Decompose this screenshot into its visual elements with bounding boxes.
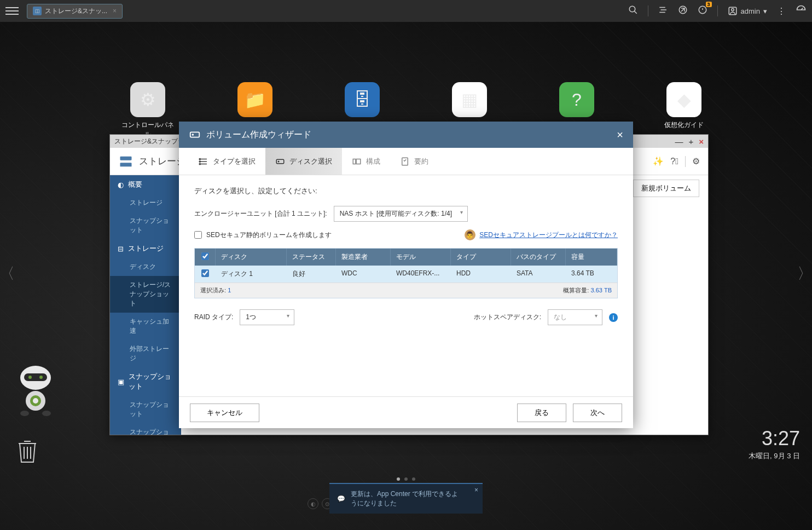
close-icon[interactable]: ×	[113, 7, 117, 15]
th-status: ステータス	[287, 249, 336, 266]
chevron-down-icon: ▾	[763, 7, 767, 15]
svg-point-22	[192, 134, 193, 135]
app-label: 仮想化ガイド	[664, 120, 704, 130]
maximize-button[interactable]: +	[688, 137, 693, 146]
desktop-prev[interactable]: 〈	[0, 257, 15, 290]
svg-point-0	[629, 6, 635, 12]
sidebar: ◐概要 ストレージ スナップショット ⊟ストレージ ディスク ストレージ/スナッ…	[110, 175, 181, 435]
sed-checkbox-row[interactable]: SEDセキュア静的ボリュームを作成します	[194, 231, 332, 240]
cancel-button[interactable]: キャンセル	[190, 404, 259, 422]
new-volume-button[interactable]: 新規ボリューム	[633, 180, 699, 197]
row-checkbox[interactable]	[201, 269, 209, 277]
clock-time: 3:27	[749, 427, 800, 450]
svg-point-26	[199, 158, 200, 159]
sidebar-item-storage-snap[interactable]: ストレージ/スナップショット	[110, 276, 181, 313]
more-icon[interactable]: ⋮	[777, 6, 786, 16]
help-face-icon: 👨	[465, 229, 475, 240]
trash-icon[interactable]	[16, 438, 38, 464]
sidebar-item-disk[interactable]: ディスク	[110, 258, 181, 276]
svg-point-27	[199, 160, 200, 162]
desktop-next[interactable]: 〉	[797, 257, 812, 290]
gear-icon[interactable]: ⚙	[692, 156, 700, 166]
sidebar-item-cache[interactable]: キャッシュ加速	[110, 313, 181, 340]
sidebar-item-snap1[interactable]: スナップショット	[110, 396, 181, 423]
close-button[interactable]: ×	[699, 137, 704, 146]
close-icon[interactable]: ×	[617, 129, 623, 141]
sidebar-item-snapshot-ov[interactable]: スナップショット	[110, 212, 181, 239]
wizard-title: ボリューム作成ウィザード	[206, 129, 311, 141]
selected-count: 1	[228, 287, 231, 293]
sed-help-link[interactable]: SEDセキュアストレージプールとは何ですか？	[479, 231, 618, 239]
raid-label: RAID タイプ:	[194, 313, 233, 322]
wizard-instruction: ディスクを選択し、設定してください:	[194, 186, 618, 196]
back-button[interactable]: 戻る	[517, 404, 566, 422]
username-label: admin	[741, 7, 760, 15]
clock-date: 木曜日, 9月 3 日	[749, 451, 800, 461]
svg-point-15	[42, 411, 51, 416]
th-bus: バスのタイプ	[511, 249, 566, 266]
svg-rect-8	[24, 373, 47, 381]
wizard-step-summary[interactable]: 要約	[390, 148, 438, 175]
notifications-icon[interactable]: 3	[698, 5, 707, 17]
storage-icon	[118, 154, 134, 169]
sidebar-item-external[interactable]: 外部ストレージ	[110, 340, 181, 367]
svg-point-9	[28, 376, 32, 379]
svg-point-5	[731, 9, 734, 11]
sidebar-item-storage[interactable]: ⊟ストレージ	[110, 239, 181, 258]
hotspare-label: ホットスペアディスク:	[474, 313, 541, 322]
wizard-step-configure[interactable]: 構成	[342, 148, 390, 175]
next-button[interactable]: 次へ	[573, 404, 622, 422]
menu-button[interactable]	[5, 4, 19, 18]
desktop-icon-0[interactable]: ⚙コントロールパネル	[120, 82, 175, 139]
est-label: 概算容量:	[563, 287, 589, 293]
user-icon	[728, 6, 738, 16]
devices-icon[interactable]	[678, 5, 688, 17]
svg-point-10	[39, 376, 43, 379]
tasks-icon[interactable]	[658, 5, 668, 17]
svg-rect-19	[120, 156, 132, 160]
svg-point-14	[20, 411, 29, 416]
info-icon[interactable]: i	[609, 313, 618, 322]
raid-select[interactable]: 1つ	[240, 309, 294, 325]
selected-label: 選択済み:	[200, 287, 226, 293]
enclosure-select[interactable]: NAS ホスト [使用可能ディスク数: 1/4]	[334, 206, 468, 222]
volume-wizard-dialog: ボリューム作成ウィザード × タイプを選択 ディスク選択 構成 要約 ディスクを…	[179, 122, 633, 428]
table-row[interactable]: ディスク 1 良好 WDC WD40EFRX-... HDD SATA 3.64…	[195, 266, 617, 283]
widget-icon[interactable]: ◐	[308, 498, 318, 509]
svg-point-28	[199, 163, 200, 164]
th-type: タイプ	[451, 249, 511, 266]
notification-badge: 3	[706, 2, 712, 7]
app-icon: ◆	[666, 82, 701, 117]
app-tab[interactable]: ◫ ストレージ&スナッ... ×	[27, 4, 123, 19]
sed-checkbox[interactable]	[194, 231, 202, 239]
desktop-icon-5[interactable]: ◆仮想化ガイド	[657, 82, 711, 139]
sidebar-item-snap2[interactable]: スナップショット	[110, 423, 181, 435]
close-icon[interactable]: ×	[474, 486, 478, 494]
help-icon[interactable]: ?⃝	[670, 157, 678, 166]
svg-rect-29	[276, 159, 284, 164]
wand-icon[interactable]: ✨	[653, 156, 664, 166]
svg-rect-32	[356, 159, 361, 164]
svg-rect-33	[402, 158, 408, 165]
minimize-button[interactable]: —	[675, 137, 683, 146]
hotspare-select[interactable]: なし	[548, 309, 602, 325]
sidebar-item-snapshot[interactable]: ▣スナップショット	[110, 367, 181, 396]
app-icon: ⚙	[130, 82, 165, 117]
search-icon[interactable]	[628, 5, 638, 17]
desktop-pager[interactable]	[397, 477, 415, 481]
chat-icon: 💬	[337, 495, 345, 503]
wizard-step-type[interactable]: タイプを選択	[189, 148, 265, 175]
user-menu[interactable]: admin ▾	[728, 6, 767, 16]
dashboard-icon[interactable]	[796, 4, 807, 18]
svg-line-1	[634, 11, 637, 14]
svg-point-30	[278, 161, 279, 162]
sed-checkbox-label: SEDセキュア静的ボリュームを作成します	[206, 231, 332, 240]
th-disk: ディスク	[216, 249, 287, 266]
select-all-checkbox[interactable]	[201, 252, 209, 260]
wizard-step-disk[interactable]: ディスク選択	[265, 148, 342, 175]
app-icon: ?	[559, 82, 594, 117]
sidebar-item-overview[interactable]: ◐概要	[110, 175, 181, 194]
assistant-robot[interactable]	[11, 361, 60, 422]
sidebar-item-storage-ov[interactable]: ストレージ	[110, 194, 181, 212]
notification-toast[interactable]: 💬 更新は、App Center で利用できるようになりました ×	[329, 483, 483, 514]
